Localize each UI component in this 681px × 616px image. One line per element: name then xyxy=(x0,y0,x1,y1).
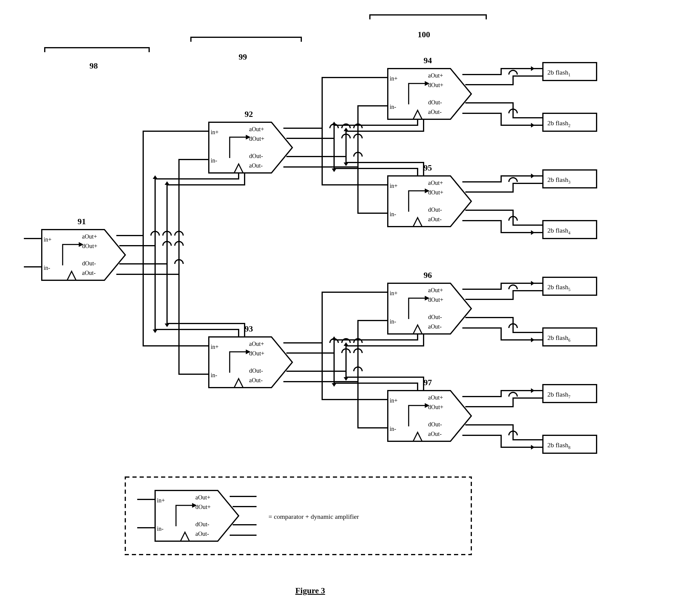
figure-caption: Figure 3 xyxy=(295,586,325,595)
svg-text:in+: in+ xyxy=(389,290,398,297)
svg-text:in+: in+ xyxy=(44,236,52,243)
stage-98-bracket: 98 xyxy=(45,48,149,70)
svg-text:aOut+: aOut+ xyxy=(82,233,97,240)
svg-text:in-: in- xyxy=(44,264,50,271)
stage-99-label: 99 xyxy=(238,52,247,61)
block-93: 93 in+ in- aOut+ dOut+ dOut- aOut- xyxy=(209,324,292,388)
svg-text:2b flash3: 2b flash3 xyxy=(547,176,570,184)
svg-text:in+: in+ xyxy=(389,75,398,82)
svg-text:in-: in- xyxy=(157,525,163,532)
svg-text:aOut+: aOut+ xyxy=(428,394,443,401)
block-95-number: 95 xyxy=(424,163,432,172)
svg-text:aOut+: aOut+ xyxy=(428,72,443,79)
svg-text:aOut-: aOut- xyxy=(195,531,209,537)
svg-text:aOut-: aOut- xyxy=(249,162,263,169)
svg-text:aOut+: aOut+ xyxy=(428,287,443,293)
flash-boxes: 2b flash1 2b flash2 2b flash3 2b flash4 … xyxy=(543,62,597,453)
svg-text:2b flash5: 2b flash5 xyxy=(547,283,570,292)
svg-text:dOut+: dOut+ xyxy=(428,82,443,88)
block-96: 96 in+ in- aOut+ dOut+ dOut- aOut- xyxy=(388,271,471,334)
svg-text:dOut-: dOut- xyxy=(428,206,442,213)
block-91-number: 91 xyxy=(78,217,86,226)
svg-text:dOut+: dOut+ xyxy=(249,350,264,357)
svg-text:dOut+: dOut+ xyxy=(428,297,443,303)
svg-text:in+: in+ xyxy=(157,497,165,504)
stage-99-bracket: 99 xyxy=(191,37,301,61)
svg-text:in+: in+ xyxy=(210,343,219,350)
block-92: 92 in+ in- aOut+ dOut+ dOut- aOut- xyxy=(209,109,292,173)
svg-text:aOut+: aOut+ xyxy=(195,494,210,500)
svg-text:in-: in- xyxy=(210,372,217,378)
block-93-number: 93 xyxy=(245,324,253,333)
svg-text:dOut+: dOut+ xyxy=(428,189,443,196)
block-97: 97 in+ in- aOut+ dOut+ dOut- aOut- xyxy=(388,378,471,441)
svg-text:in-: in- xyxy=(389,211,396,217)
stage-98-label: 98 xyxy=(90,61,98,70)
svg-text:2b flash2: 2b flash2 xyxy=(547,119,570,128)
svg-text:in+: in+ xyxy=(389,182,398,189)
svg-text:dOut-: dOut- xyxy=(249,153,263,159)
svg-text:in+: in+ xyxy=(389,397,398,404)
svg-text:aOut+: aOut+ xyxy=(249,126,264,132)
svg-text:aOut-: aOut- xyxy=(428,431,442,437)
block-97-number: 97 xyxy=(424,378,432,387)
legend: in+ in- aOut+ dOut+ dOut- aOut- = compar… xyxy=(125,477,471,555)
svg-text:aOut-: aOut- xyxy=(428,323,442,330)
svg-text:dOut+: dOut+ xyxy=(195,504,210,510)
svg-text:in+: in+ xyxy=(210,129,219,135)
svg-text:aOut+: aOut+ xyxy=(249,340,264,347)
svg-text:dOut+: dOut+ xyxy=(249,135,264,142)
svg-text:dOut-: dOut- xyxy=(82,260,96,266)
stage-100-label: 100 xyxy=(418,30,430,39)
svg-text:aOut-: aOut- xyxy=(82,270,96,276)
stage-100-bracket: 100 xyxy=(370,15,486,39)
svg-text:aOut-: aOut- xyxy=(428,216,442,223)
legend-text: = comparator + dynamic amplifier xyxy=(269,513,359,520)
block-96-number: 96 xyxy=(424,271,432,280)
wires-stage3-to-flash xyxy=(462,66,543,450)
svg-text:in-: in- xyxy=(210,157,217,164)
svg-text:aOut-: aOut- xyxy=(428,108,442,115)
svg-text:dOut+: dOut+ xyxy=(82,243,97,249)
svg-text:2b flash4: 2b flash4 xyxy=(547,227,570,235)
block-94-number: 94 xyxy=(424,56,432,65)
block-94: 94 in+ in- aOut+ dOut+ dOut- aOut- xyxy=(388,56,471,119)
svg-text:dOut-: dOut- xyxy=(195,521,209,528)
svg-text:dOut-: dOut- xyxy=(428,99,442,106)
svg-text:2b flash6: 2b flash6 xyxy=(547,334,570,342)
svg-text:2b flash8: 2b flash8 xyxy=(547,441,570,450)
svg-text:in-: in- xyxy=(389,103,396,110)
svg-text:2b flash7: 2b flash7 xyxy=(547,391,570,399)
svg-text:aOut+: aOut+ xyxy=(428,179,443,186)
block-91: 91 in+ in- aOut+ dOut+ dOut- aOut- xyxy=(42,217,125,280)
svg-text:aOut-: aOut- xyxy=(249,377,263,383)
svg-text:dOut+: dOut+ xyxy=(428,404,443,410)
svg-text:in-: in- xyxy=(389,426,396,432)
svg-text:in-: in- xyxy=(389,318,396,325)
svg-text:dOut-: dOut- xyxy=(249,367,263,374)
block-92-number: 92 xyxy=(245,109,253,119)
svg-text:dOut-: dOut- xyxy=(428,421,442,428)
svg-text:2b flash1: 2b flash1 xyxy=(547,69,570,77)
block-95: 95 in+ in- aOut+ dOut+ dOut- aOut- xyxy=(388,163,471,227)
svg-text:dOut-: dOut- xyxy=(428,314,442,320)
